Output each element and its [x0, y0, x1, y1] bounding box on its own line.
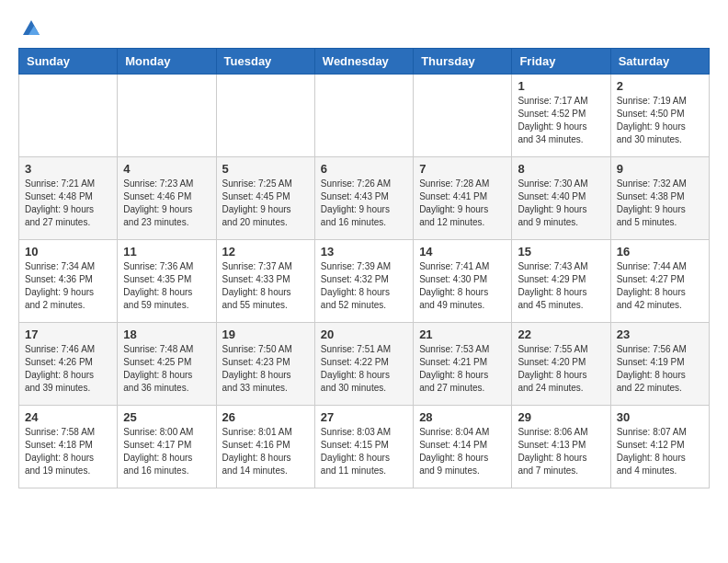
day-cell — [118, 75, 216, 157]
day-info: Sunrise: 7:50 AM Sunset: 4:23 PM Dayligh… — [222, 343, 309, 395]
weekday-tuesday: Tuesday — [216, 49, 314, 75]
week-row-2: 3Sunrise: 7:21 AM Sunset: 4:48 PM Daylig… — [19, 157, 710, 240]
day-info: Sunrise: 8:06 AM Sunset: 4:13 PM Dayligh… — [518, 426, 604, 477]
day-info: Sunrise: 7:46 AM Sunset: 4:26 PM Dayligh… — [25, 343, 111, 395]
day-cell: 29Sunrise: 8:06 AM Sunset: 4:13 PM Dayli… — [512, 406, 610, 488]
day-number: 8 — [518, 162, 604, 176]
day-cell: 18Sunrise: 7:48 AM Sunset: 4:25 PM Dayli… — [118, 323, 216, 406]
day-info: Sunrise: 7:23 AM Sunset: 4:46 PM Dayligh… — [123, 178, 210, 229]
day-info: Sunrise: 7:17 AM Sunset: 4:52 PM Dayligh… — [518, 95, 604, 146]
calendar-body: 1Sunrise: 7:17 AM Sunset: 4:52 PM Daylig… — [19, 75, 710, 488]
day-cell: 13Sunrise: 7:39 AM Sunset: 4:32 PM Dayli… — [314, 240, 413, 323]
day-info: Sunrise: 7:36 AM Sunset: 4:35 PM Dayligh… — [123, 260, 210, 312]
day-number: 11 — [123, 245, 210, 259]
day-number: 5 — [222, 162, 309, 176]
day-info: Sunrise: 7:41 AM Sunset: 4:30 PM Dayligh… — [419, 260, 506, 312]
day-info: Sunrise: 7:44 AM Sunset: 4:27 PM Dayligh… — [617, 260, 703, 312]
day-info: Sunrise: 8:03 AM Sunset: 4:15 PM Dayligh… — [321, 426, 407, 477]
day-info: Sunrise: 7:25 AM Sunset: 4:45 PM Dayligh… — [222, 178, 309, 229]
day-number: 12 — [222, 245, 309, 259]
day-cell: 15Sunrise: 7:43 AM Sunset: 4:29 PM Dayli… — [512, 240, 610, 323]
weekday-friday: Friday — [512, 49, 610, 75]
day-cell: 9Sunrise: 7:32 AM Sunset: 4:38 PM Daylig… — [610, 157, 709, 240]
day-number: 14 — [419, 245, 506, 259]
week-row-3: 10Sunrise: 7:34 AM Sunset: 4:36 PM Dayli… — [19, 240, 710, 323]
day-cell — [216, 75, 314, 157]
day-cell — [19, 75, 118, 157]
day-cell: 26Sunrise: 8:01 AM Sunset: 4:16 PM Dayli… — [216, 406, 314, 488]
day-cell: 27Sunrise: 8:03 AM Sunset: 4:15 PM Dayli… — [314, 406, 413, 488]
day-info: Sunrise: 7:26 AM Sunset: 4:43 PM Dayligh… — [321, 178, 407, 229]
day-cell: 20Sunrise: 7:51 AM Sunset: 4:22 PM Dayli… — [314, 323, 413, 406]
day-info: Sunrise: 8:07 AM Sunset: 4:12 PM Dayligh… — [617, 426, 703, 477]
page-header — [18, 18, 710, 39]
day-cell: 5Sunrise: 7:25 AM Sunset: 4:45 PM Daylig… — [216, 157, 314, 240]
weekday-header: SundayMondayTuesdayWednesdayThursdayFrid… — [19, 49, 710, 75]
day-number: 6 — [321, 162, 407, 176]
day-info: Sunrise: 7:53 AM Sunset: 4:21 PM Dayligh… — [419, 343, 506, 395]
week-row-4: 17Sunrise: 7:46 AM Sunset: 4:26 PM Dayli… — [19, 323, 710, 406]
day-info: Sunrise: 8:01 AM Sunset: 4:16 PM Dayligh… — [222, 426, 309, 477]
day-cell: 11Sunrise: 7:36 AM Sunset: 4:35 PM Dayli… — [118, 240, 216, 323]
weekday-wednesday: Wednesday — [314, 49, 413, 75]
day-number: 26 — [222, 410, 309, 424]
week-row-1: 1Sunrise: 7:17 AM Sunset: 4:52 PM Daylig… — [19, 75, 710, 157]
day-info: Sunrise: 7:51 AM Sunset: 4:22 PM Dayligh… — [321, 343, 407, 395]
day-cell: 25Sunrise: 8:00 AM Sunset: 4:17 PM Dayli… — [118, 406, 216, 488]
day-info: Sunrise: 7:21 AM Sunset: 4:48 PM Dayligh… — [25, 178, 111, 229]
day-number: 22 — [518, 327, 604, 341]
weekday-thursday: Thursday — [414, 49, 512, 75]
day-number: 28 — [419, 410, 506, 424]
day-cell: 21Sunrise: 7:53 AM Sunset: 4:21 PM Dayli… — [414, 323, 512, 406]
day-cell: 10Sunrise: 7:34 AM Sunset: 4:36 PM Dayli… — [19, 240, 118, 323]
day-number: 25 — [123, 410, 210, 424]
day-info: Sunrise: 7:55 AM Sunset: 4:20 PM Dayligh… — [518, 343, 604, 395]
calendar: SundayMondayTuesdayWednesdayThursdayFrid… — [18, 48, 710, 488]
day-cell: 3Sunrise: 7:21 AM Sunset: 4:48 PM Daylig… — [19, 157, 118, 240]
day-cell: 23Sunrise: 7:56 AM Sunset: 4:19 PM Dayli… — [610, 323, 709, 406]
day-info: Sunrise: 7:58 AM Sunset: 4:18 PM Dayligh… — [25, 426, 111, 477]
day-number: 30 — [617, 410, 703, 424]
day-number: 27 — [321, 410, 407, 424]
logo-icon — [21, 18, 41, 39]
day-number: 9 — [617, 162, 703, 176]
weekday-sunday: Sunday — [19, 49, 118, 75]
day-number: 19 — [222, 327, 309, 341]
day-info: Sunrise: 8:00 AM Sunset: 4:17 PM Dayligh… — [123, 426, 210, 477]
day-number: 1 — [518, 79, 604, 93]
day-cell: 28Sunrise: 8:04 AM Sunset: 4:14 PM Dayli… — [414, 406, 512, 488]
day-info: Sunrise: 7:32 AM Sunset: 4:38 PM Dayligh… — [617, 178, 703, 229]
day-info: Sunrise: 7:34 AM Sunset: 4:36 PM Dayligh… — [25, 260, 111, 312]
day-info: Sunrise: 7:43 AM Sunset: 4:29 PM Dayligh… — [518, 260, 604, 312]
day-number: 18 — [123, 327, 210, 341]
day-number: 23 — [617, 327, 703, 341]
day-number: 17 — [25, 327, 111, 341]
day-number: 7 — [419, 162, 506, 176]
day-cell: 12Sunrise: 7:37 AM Sunset: 4:33 PM Dayli… — [216, 240, 314, 323]
day-cell — [314, 75, 413, 157]
day-cell: 4Sunrise: 7:23 AM Sunset: 4:46 PM Daylig… — [118, 157, 216, 240]
weekday-monday: Monday — [118, 49, 216, 75]
day-number: 29 — [518, 410, 604, 424]
day-cell: 7Sunrise: 7:28 AM Sunset: 4:41 PM Daylig… — [414, 157, 512, 240]
day-info: Sunrise: 8:04 AM Sunset: 4:14 PM Dayligh… — [419, 426, 506, 477]
day-cell: 19Sunrise: 7:50 AM Sunset: 4:23 PM Dayli… — [216, 323, 314, 406]
day-cell: 24Sunrise: 7:58 AM Sunset: 4:18 PM Dayli… — [19, 406, 118, 488]
day-cell: 16Sunrise: 7:44 AM Sunset: 4:27 PM Dayli… — [610, 240, 709, 323]
day-number: 16 — [617, 245, 703, 259]
day-info: Sunrise: 7:37 AM Sunset: 4:33 PM Dayligh… — [222, 260, 309, 312]
day-number: 2 — [617, 79, 703, 93]
day-cell: 8Sunrise: 7:30 AM Sunset: 4:40 PM Daylig… — [512, 157, 610, 240]
day-info: Sunrise: 7:56 AM Sunset: 4:19 PM Dayligh… — [617, 343, 703, 395]
day-cell: 14Sunrise: 7:41 AM Sunset: 4:30 PM Dayli… — [414, 240, 512, 323]
day-cell — [414, 75, 512, 157]
day-number: 10 — [25, 245, 111, 259]
day-info: Sunrise: 7:28 AM Sunset: 4:41 PM Dayligh… — [419, 178, 506, 229]
day-number: 15 — [518, 245, 604, 259]
day-cell: 22Sunrise: 7:55 AM Sunset: 4:20 PM Dayli… — [512, 323, 610, 406]
week-row-5: 24Sunrise: 7:58 AM Sunset: 4:18 PM Dayli… — [19, 406, 710, 488]
day-number: 3 — [25, 162, 111, 176]
day-cell: 6Sunrise: 7:26 AM Sunset: 4:43 PM Daylig… — [314, 157, 413, 240]
day-info: Sunrise: 7:48 AM Sunset: 4:25 PM Dayligh… — [123, 343, 210, 395]
day-cell: 1Sunrise: 7:17 AM Sunset: 4:52 PM Daylig… — [512, 75, 610, 157]
